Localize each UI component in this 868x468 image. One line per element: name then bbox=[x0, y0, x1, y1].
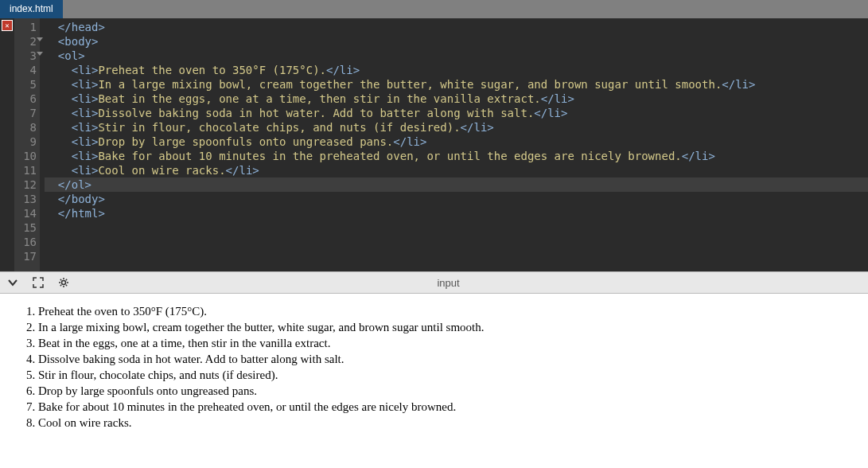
code-line[interactable]: <ol> bbox=[45, 49, 868, 63]
line-number: 7 bbox=[14, 106, 37, 120]
code-line[interactable]: <li>Drop by large spoonfuls onto ungreas… bbox=[45, 135, 868, 149]
code-line[interactable]: <li>Beat in the eggs, one at a time, the… bbox=[45, 92, 868, 106]
code-line[interactable]: </body> bbox=[45, 192, 868, 206]
error-icon[interactable]: ✕ bbox=[2, 20, 13, 31]
code-line[interactable]: <li>Bake for about 10 minutes in the pre… bbox=[45, 149, 868, 163]
line-number: 15 bbox=[14, 220, 37, 235]
line-number: 10 bbox=[14, 149, 37, 163]
line-number-gutter: 1234567891011121314151617 bbox=[14, 18, 40, 271]
line-number: 5 bbox=[14, 77, 37, 92]
output-item: Cool on wire racks. bbox=[38, 415, 862, 431]
output-item: Bake for about 10 minutes in the preheat… bbox=[38, 399, 862, 415]
code-editor[interactable]: ✕ 1234567891011121314151617 </head> <bod… bbox=[0, 18, 868, 271]
output-item: Dissolve baking soda in hot water. Add t… bbox=[38, 351, 862, 367]
line-number: 4 bbox=[14, 63, 37, 77]
line-number: 8 bbox=[14, 120, 37, 135]
output-item: Preheat the oven to 350°F (175°C). bbox=[38, 303, 862, 319]
code-line[interactable]: <li>Dissolve baking soda in hot water. A… bbox=[45, 106, 868, 120]
line-number: 13 bbox=[14, 192, 37, 206]
tab-index-html[interactable]: index.html bbox=[0, 0, 63, 18]
fold-icon[interactable] bbox=[37, 52, 43, 56]
code-line[interactable] bbox=[45, 220, 868, 235]
code-line[interactable] bbox=[45, 249, 868, 263]
output-item: Beat in the eggs, one at a time, then st… bbox=[38, 335, 862, 351]
status-label: input bbox=[35, 277, 862, 289]
code-line[interactable]: <li>Cool on wire racks.</li> bbox=[45, 163, 868, 177]
error-gutter: ✕ bbox=[0, 18, 14, 271]
code-line[interactable]: </head> bbox=[45, 20, 868, 34]
line-number: 2 bbox=[14, 34, 37, 49]
chevron-down-icon[interactable] bbox=[6, 276, 19, 289]
code-line[interactable]: <li>In a large mixing bowl, cream togeth… bbox=[45, 77, 868, 92]
line-number: 12 bbox=[14, 177, 37, 192]
tab-bar: index.html bbox=[0, 0, 868, 18]
line-number: 1 bbox=[14, 20, 37, 34]
code-line[interactable]: <body> bbox=[45, 34, 868, 49]
code-line[interactable] bbox=[45, 235, 868, 249]
code-line[interactable]: <li>Stir in flour, chocolate chips, and … bbox=[45, 120, 868, 135]
output-panel: Preheat the oven to 350°F (175°C).In a l… bbox=[0, 294, 868, 437]
status-bar: input bbox=[0, 271, 868, 294]
line-number: 6 bbox=[14, 92, 37, 106]
code-line[interactable]: </html> bbox=[45, 206, 868, 220]
line-number: 9 bbox=[14, 135, 37, 149]
line-number: 17 bbox=[14, 249, 37, 263]
code-area[interactable]: </head> <body> <ol> <li>Preheat the oven… bbox=[40, 18, 868, 271]
line-number: 11 bbox=[14, 163, 37, 177]
line-number: 14 bbox=[14, 206, 37, 220]
code-line[interactable]: </ol> bbox=[45, 177, 868, 192]
output-item: Stir in flour, chocolate chips, and nuts… bbox=[38, 367, 862, 383]
fold-icon[interactable] bbox=[37, 37, 43, 41]
line-number: 3 bbox=[14, 49, 37, 63]
code-line[interactable]: <li>Preheat the oven to 350°F (175°C).</… bbox=[45, 63, 868, 77]
output-item: Drop by large spoonfuls onto ungreased p… bbox=[38, 383, 862, 399]
output-item: In a large mixing bowl, cream together t… bbox=[38, 319, 862, 335]
output-list: Preheat the oven to 350°F (175°C).In a l… bbox=[6, 303, 862, 431]
line-number: 16 bbox=[14, 235, 37, 249]
